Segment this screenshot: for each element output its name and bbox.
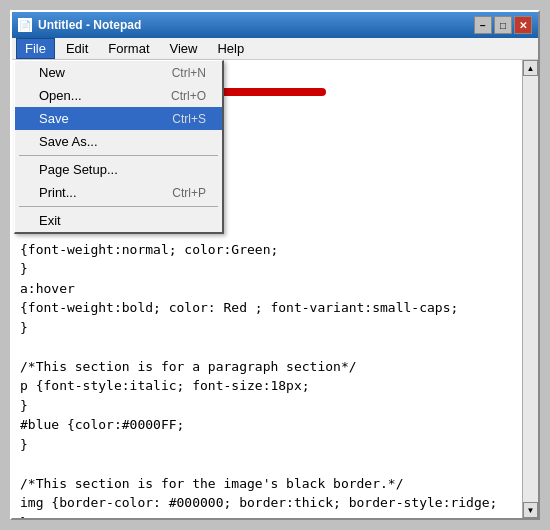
minimize-button[interactable]: − <box>474 16 492 34</box>
vertical-scrollbar[interactable]: ▲ ▼ <box>522 60 538 518</box>
title-bar: 📄 Untitled - Notepad − □ ✕ <box>12 12 538 38</box>
file-dropdown: New Ctrl+N Open... Ctrl+O Save Ctrl+S Sa… <box>14 60 224 234</box>
menu-new-label: New <box>39 65 65 80</box>
scroll-down-button[interactable]: ▼ <box>523 502 538 518</box>
menu-print[interactable]: Print... Ctrl+P <box>15 181 222 204</box>
menu-new-shortcut: Ctrl+N <box>172 66 206 80</box>
menu-help[interactable]: Help <box>208 38 253 59</box>
title-bar-left: 📄 Untitled - Notepad <box>18 18 141 32</box>
menu-bar: File Edit Format View Help <box>12 38 538 60</box>
separator-2 <box>19 206 218 207</box>
scroll-track[interactable] <box>523 76 538 502</box>
menu-print-label: Print... <box>39 185 77 200</box>
separator-1 <box>19 155 218 156</box>
arrow-annotation <box>207 67 327 121</box>
menu-print-shortcut: Ctrl+P <box>172 186 206 200</box>
menu-open-shortcut: Ctrl+O <box>171 89 206 103</box>
menu-open[interactable]: Open... Ctrl+O <box>15 84 222 107</box>
menu-open-label: Open... <box>39 88 82 103</box>
notepad-window: 📄 Untitled - Notepad − □ ✕ File Edit For… <box>10 10 540 520</box>
menu-exit-label: Exit <box>39 213 61 228</box>
menu-save-label: Save <box>39 111 69 126</box>
menu-edit[interactable]: Edit <box>57 38 97 59</box>
title-controls: − □ ✕ <box>474 16 532 34</box>
app-icon: 📄 <box>18 18 32 32</box>
maximize-button[interactable]: □ <box>494 16 512 34</box>
menu-format[interactable]: Format <box>99 38 158 59</box>
menu-save-shortcut: Ctrl+S <box>172 112 206 126</box>
menu-save-as-label: Save As... <box>39 134 98 149</box>
menu-exit[interactable]: Exit <box>15 209 222 232</box>
menu-view[interactable]: View <box>161 38 207 59</box>
close-button[interactable]: ✕ <box>514 16 532 34</box>
menu-page-setup-label: Page Setup... <box>39 162 118 177</box>
menu-file[interactable]: File <box>16 38 55 59</box>
menu-save[interactable]: Save Ctrl+S <box>15 107 222 130</box>
menu-save-as[interactable]: Save As... <box>15 130 222 153</box>
window-title: Untitled - Notepad <box>38 18 141 32</box>
menu-page-setup[interactable]: Page Setup... <box>15 158 222 181</box>
scroll-up-button[interactable]: ▲ <box>523 60 538 76</box>
menu-new[interactable]: New Ctrl+N <box>15 61 222 84</box>
